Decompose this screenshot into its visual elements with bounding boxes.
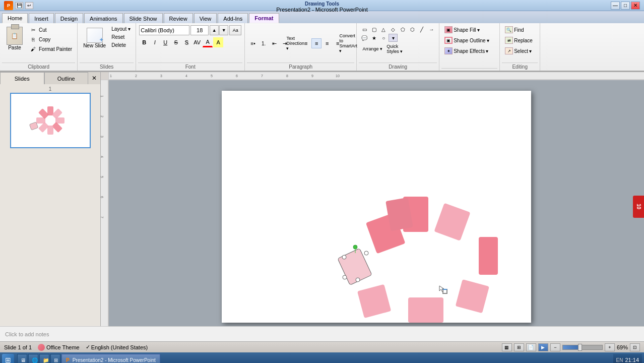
red-tab[interactable]: 10 bbox=[633, 196, 644, 218]
italic-button[interactable]: I bbox=[150, 37, 160, 47]
maximize-button[interactable]: □ bbox=[621, 2, 630, 10]
font-increase-button[interactable]: ▲ bbox=[210, 25, 219, 35]
zoom-in-button[interactable]: + bbox=[605, 343, 615, 351]
shape-arrow[interactable]: → bbox=[427, 25, 436, 33]
shape-line[interactable]: ╱ bbox=[417, 25, 426, 33]
quick-styles-button[interactable]: Quick Styles ▾ bbox=[386, 44, 411, 54]
svg-rect-6 bbox=[36, 117, 45, 124]
drawing-group: ▭ ▢ △ ◇ ⬠ ⬡ ╱ → 💬 ★ ○ ▾ Arrange ▾ Quick … bbox=[357, 23, 439, 71]
taskbar-folder[interactable]: 📁 bbox=[39, 354, 49, 363]
tab-addins[interactable]: Add-Ins bbox=[218, 13, 248, 23]
delete-button[interactable]: Delete bbox=[109, 41, 133, 49]
replace-icon: ⇄ bbox=[505, 37, 513, 44]
layout-button[interactable]: Layout ▾ bbox=[109, 25, 133, 33]
view-slide-sorter-button[interactable]: ⊞ bbox=[514, 343, 524, 351]
replace-button[interactable]: ⇄ Replace bbox=[503, 36, 535, 45]
clipboard-small-buttons: ✂ Cut ⎘ Copy 🖌 Format Painter bbox=[27, 25, 74, 62]
text-shadow-button[interactable]: S bbox=[181, 37, 191, 47]
tab-view[interactable]: View bbox=[194, 13, 217, 23]
sidebar-tab-slides[interactable]: Slides bbox=[0, 72, 44, 84]
font-color-button[interactable]: A bbox=[203, 37, 213, 47]
ribbon: Home Insert Design Animations Slide Show… bbox=[0, 11, 644, 72]
text-highlight-button[interactable]: A bbox=[213, 37, 223, 47]
numbering-button[interactable]: 1. bbox=[259, 38, 269, 48]
minimize-button[interactable]: — bbox=[611, 2, 620, 10]
shape-round-rect[interactable]: ▢ bbox=[369, 25, 378, 33]
zoom-thumb[interactable] bbox=[578, 344, 582, 351]
shape-oval[interactable]: ○ bbox=[379, 34, 388, 42]
shape-outline-button[interactable]: ▣ Shape Outline▾ bbox=[442, 36, 491, 45]
slide-panel: 1 bbox=[0, 84, 100, 326]
bold-button[interactable]: B bbox=[139, 37, 149, 47]
slide-thumbnail[interactable] bbox=[10, 93, 91, 148]
slide-canvas[interactable]: 10 bbox=[109, 80, 644, 326]
indent-less-button[interactable]: ⇤ bbox=[269, 38, 279, 48]
smartart-button[interactable]: Convert to SmartArt ▾ bbox=[343, 38, 353, 48]
format-painter-button[interactable]: 🖌 Format Painter bbox=[27, 44, 74, 53]
window-controls[interactable]: — □ ✕ bbox=[611, 2, 640, 10]
arrange-button[interactable]: Arrange ▾ bbox=[360, 44, 385, 54]
underline-button[interactable]: U bbox=[160, 37, 170, 47]
font-size-input[interactable] bbox=[190, 25, 209, 35]
svg-point-37 bbox=[356, 278, 360, 282]
shape-star[interactable]: ★ bbox=[369, 34, 378, 42]
font-decrease-button[interactable]: ▼ bbox=[219, 25, 228, 35]
copy-button[interactable]: ⎘ Copy bbox=[27, 35, 74, 44]
slide[interactable] bbox=[222, 91, 531, 323]
char-spacing-button[interactable]: AV bbox=[192, 37, 202, 47]
taskbar-show-desktop[interactable]: 🖥 bbox=[17, 354, 27, 363]
view-reading-button[interactable]: 📄 bbox=[526, 343, 536, 351]
reset-button[interactable]: Reset bbox=[109, 33, 133, 41]
ruler-corner bbox=[101, 72, 109, 80]
cut-button[interactable]: ✂ Cut bbox=[27, 25, 74, 34]
svg-rect-0 bbox=[47, 106, 53, 115]
tab-format[interactable]: Format bbox=[249, 13, 279, 23]
tab-review[interactable]: Review bbox=[164, 13, 193, 23]
shape-diamond[interactable]: ◇ bbox=[389, 25, 398, 33]
notes-bar[interactable]: Click to add notes bbox=[0, 326, 644, 341]
align-center-button[interactable]: ≡ bbox=[311, 38, 321, 48]
taskbar-windows[interactable]: ⊞ bbox=[50, 354, 60, 363]
tab-slideshow[interactable]: Slide Show bbox=[124, 13, 163, 23]
font-family-selector[interactable] bbox=[139, 25, 189, 35]
taskbar-powerpoint[interactable]: P Presentation2 - Microsoft PowerPoint bbox=[61, 354, 160, 363]
sidebar-tab-outline[interactable]: Outline bbox=[44, 72, 89, 84]
shape-fill-button[interactable]: ▣ Shape Fill▾ bbox=[442, 25, 481, 34]
strikethrough-button[interactable]: S bbox=[171, 37, 181, 47]
sidebar-close-button[interactable]: ✕ bbox=[89, 73, 99, 83]
align-left-button[interactable]: ≡ bbox=[301, 38, 311, 48]
paste-button[interactable]: 📋 Paste bbox=[3, 25, 26, 62]
quick-access-undo[interactable]: ↩ bbox=[25, 2, 33, 9]
tab-insert[interactable]: Insert bbox=[29, 13, 54, 23]
slideshow-button[interactable]: ▶ bbox=[538, 343, 548, 351]
bullets-button[interactable]: ≡• bbox=[248, 38, 258, 48]
text-direction-button[interactable]: Text Direction ▾ bbox=[290, 38, 300, 48]
select-button[interactable]: ↗ Select▾ bbox=[503, 46, 534, 55]
close-button[interactable]: ✕ bbox=[631, 2, 640, 10]
tab-design[interactable]: Design bbox=[55, 13, 83, 23]
clear-format-button[interactable]: Aa bbox=[229, 25, 241, 35]
zoom-bar[interactable] bbox=[562, 345, 603, 350]
shape-pentagon[interactable]: ⬠ bbox=[398, 25, 407, 33]
font-label: Font bbox=[138, 63, 242, 70]
tab-home[interactable]: Home bbox=[2, 13, 28, 23]
quick-access-save[interactable]: 💾 bbox=[15, 2, 23, 9]
zoom-out-button[interactable]: − bbox=[550, 343, 560, 351]
shape-rect[interactable]: ▭ bbox=[360, 25, 369, 33]
shape-hexagon[interactable]: ⬡ bbox=[408, 25, 417, 33]
start-button[interactable]: ⊞ bbox=[2, 354, 14, 363]
shape-triangle[interactable]: △ bbox=[379, 25, 388, 33]
shape-effects-button[interactable]: ✦ Shape Effects▾ bbox=[442, 46, 490, 55]
shape-callout[interactable]: 💬 bbox=[360, 34, 369, 42]
new-slide-button[interactable]: + New Slide bbox=[81, 25, 108, 51]
taskbar-ie[interactable]: 🌐 bbox=[28, 354, 38, 363]
fit-slide-button[interactable]: ⊡ bbox=[630, 343, 640, 351]
find-button[interactable]: 🔍 Find bbox=[503, 25, 526, 34]
zoom-fill bbox=[563, 345, 578, 349]
view-normal-button[interactable]: ▦ bbox=[502, 343, 512, 351]
tab-animations[interactable]: Animations bbox=[84, 13, 122, 23]
align-right-button[interactable]: ≡ bbox=[322, 38, 332, 48]
taskbar: ⊞ 🖥 🌐 📁 ⊞ P Presentation2 - Microsoft Po… bbox=[0, 352, 644, 363]
shape-more[interactable]: ▾ bbox=[389, 34, 398, 42]
svg-rect-3 bbox=[51, 122, 62, 133]
